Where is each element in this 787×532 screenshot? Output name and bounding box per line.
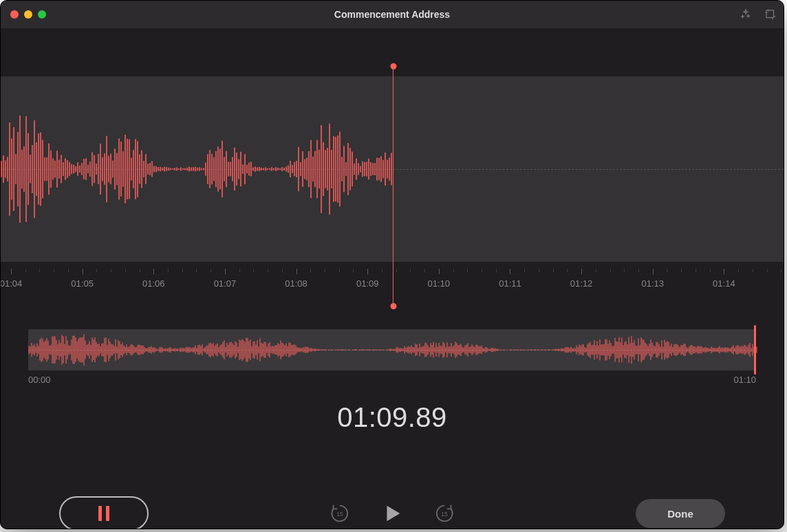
ruler-label: 01:05 <box>71 278 94 289</box>
ruler-subtick <box>54 269 54 272</box>
ruler-subtick <box>610 269 611 272</box>
ruler-label: 01:07 <box>214 278 237 289</box>
ruler-subtick <box>667 269 667 272</box>
ruler-subtick <box>168 269 169 272</box>
ruler-subtick <box>282 269 283 272</box>
ruler-subtick <box>125 269 126 272</box>
ruler-tick <box>225 269 226 274</box>
ruler-label: 01:11 <box>499 278 521 289</box>
minimize-icon[interactable] <box>24 10 32 19</box>
ruler-subtick <box>596 269 596 272</box>
ruler-tick <box>653 269 654 274</box>
ruler-subtick <box>467 269 468 272</box>
ruler-label: 01:09 <box>356 278 379 289</box>
ruler-subtick <box>182 269 183 272</box>
ruler-subtick <box>539 269 539 272</box>
overview-end-time: 01:10 <box>733 375 756 385</box>
ruler-label: 01:13 <box>641 278 664 289</box>
ruler-subtick <box>767 269 768 272</box>
overview-canvas <box>28 329 757 370</box>
ruler-subtick <box>524 269 525 272</box>
ruler-subtick <box>496 269 497 272</box>
titlebar-actions <box>740 1 777 28</box>
overview-playhead[interactable] <box>754 325 756 375</box>
ruler-subtick <box>624 269 625 272</box>
pause-icon <box>98 506 109 521</box>
waveform-overview[interactable] <box>28 329 756 370</box>
ruler-subtick <box>781 269 781 272</box>
pause-button[interactable] <box>59 496 149 529</box>
skip-back-button[interactable]: 15 <box>328 502 352 525</box>
ruler-subtick <box>140 269 140 272</box>
titlebar: Commencement Address <box>1 1 784 28</box>
ruler-subtick <box>553 269 554 272</box>
ruler-subtick <box>453 269 454 272</box>
ruler-tick <box>439 269 440 274</box>
ruler-label: 01:12 <box>570 278 593 289</box>
ruler-subtick <box>268 269 268 272</box>
ruler-subtick <box>325 269 325 272</box>
skip-forward-button[interactable]: 15 <box>433 502 456 525</box>
ruler-subtick <box>482 269 482 272</box>
ruler-tick <box>724 269 724 274</box>
window-controls <box>10 10 46 19</box>
ruler-subtick <box>638 269 639 272</box>
svg-marker-2 <box>387 506 400 522</box>
overview-start-time: 00:00 <box>28 375 51 385</box>
overview-labels: 00:00 01:10 <box>28 375 756 385</box>
ruler-subtick <box>239 269 240 272</box>
ruler-subtick <box>25 269 26 272</box>
zoom-icon[interactable] <box>38 10 46 19</box>
ruler-label: 01:06 <box>142 278 165 289</box>
ruler-subtick <box>353 269 354 272</box>
waveform-detail[interactable] <box>1 28 784 269</box>
ruler-subtick <box>211 269 211 272</box>
ruler-label: 01:04 <box>0 278 22 289</box>
ruler-subtick <box>111 269 111 272</box>
recording-window: Commencement Address 01:0401:050 <box>0 0 784 529</box>
svg-rect-0 <box>766 10 774 18</box>
enhance-icon[interactable] <box>740 8 752 21</box>
current-time: 01:09.89 <box>1 402 784 433</box>
ruler-tick <box>11 269 12 274</box>
ruler-subtick <box>753 269 753 272</box>
trim-icon[interactable] <box>764 8 777 21</box>
ruler-subtick <box>96 269 97 272</box>
ruler-tick <box>297 269 297 274</box>
play-button[interactable] <box>380 502 404 525</box>
window-title: Commencement Address <box>1 9 784 20</box>
ruler-tick <box>153 269 154 274</box>
ruler-subtick <box>339 269 340 272</box>
ruler-label: 01:10 <box>428 278 451 289</box>
svg-text:15: 15 <box>441 511 448 518</box>
ruler-subtick <box>424 269 425 272</box>
ruler-subtick <box>310 269 311 272</box>
ruler-subtick <box>567 269 568 272</box>
timeline-ruler[interactable]: 01:0401:0501:0601:0701:0801:0901:1001:11… <box>1 269 784 293</box>
ruler-subtick <box>382 269 382 272</box>
ruler-subtick <box>681 269 682 272</box>
ruler-subtick <box>68 269 69 272</box>
close-icon[interactable] <box>10 10 19 19</box>
ruler-subtick <box>196 269 197 272</box>
ruler-tick <box>367 269 368 274</box>
svg-text:15: 15 <box>336 511 343 518</box>
ruler-subtick <box>253 269 254 272</box>
ruler-label: 01:14 <box>713 278 735 289</box>
ruler-tick <box>83 269 83 274</box>
waveform-canvas <box>1 76 393 262</box>
ruler-subtick <box>710 269 711 272</box>
ruler-subtick <box>738 269 739 272</box>
done-button[interactable]: Done <box>636 499 725 528</box>
done-label: Done <box>667 508 693 520</box>
ruler-label: 01:08 <box>285 278 308 289</box>
ruler-subtick <box>696 269 696 272</box>
ruler-subtick <box>396 269 397 272</box>
ruler-subtick <box>410 269 411 272</box>
ruler-subtick <box>39 269 40 272</box>
ruler-tick <box>510 269 510 274</box>
ruler-tick <box>581 269 582 274</box>
